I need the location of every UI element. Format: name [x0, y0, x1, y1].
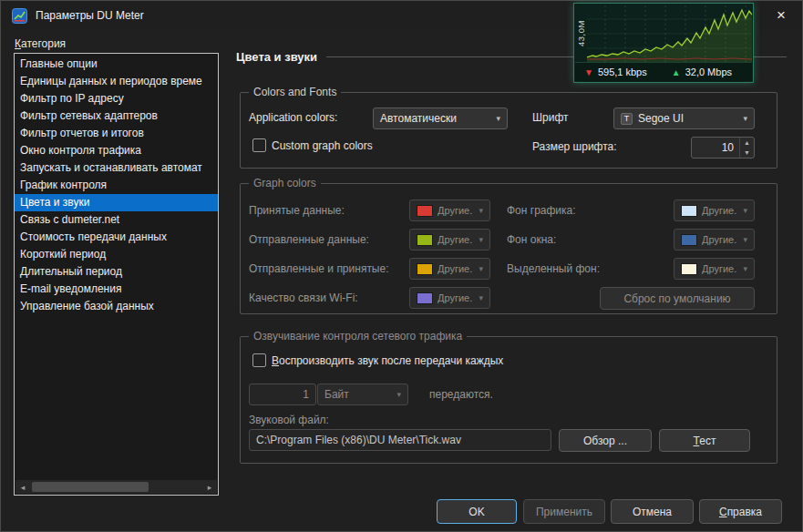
color-dropdown-label: Другие...	[438, 205, 473, 216]
color-swatch	[681, 234, 697, 246]
ok-label: OK	[468, 506, 484, 518]
chevron-down-icon: ▾	[473, 264, 483, 273]
chevron-down-icon: ▾	[391, 390, 401, 399]
custom-graph-colors-checkbox[interactable]	[252, 138, 266, 152]
color-dropdown-label: Другие...	[438, 234, 473, 245]
color-swatch	[681, 205, 697, 217]
sound-group-label: Озвучивание контроля сетевого трафика	[249, 330, 467, 343]
help-button[interactable]: Справка	[699, 499, 782, 524]
sent-received-label: Отправленные и принятые:	[249, 262, 389, 275]
close-button[interactable]: ×	[760, 1, 802, 30]
apply-label: Применить	[536, 506, 592, 518]
upload-arrow-icon: ▲	[672, 67, 681, 77]
colors-fonts-group-label: Colors and Fonts	[249, 86, 341, 98]
scrollbar-track[interactable]	[30, 480, 202, 494]
reset-defaults-button[interactable]: Сброс по умолчанию	[600, 287, 755, 310]
chevron-down-icon: ▾	[490, 114, 500, 123]
chevron-down-icon: ▾	[737, 206, 747, 215]
unit-value: Байт	[324, 388, 349, 401]
du-meter-app-icon	[12, 8, 27, 24]
page-title: Цвета и звуки	[236, 50, 317, 64]
application-colors-label: Application colors:	[249, 111, 337, 124]
graph-background-color-dropdown[interactable]: Другие... ▾	[674, 200, 755, 221]
apply-button[interactable]: Применить	[523, 499, 605, 524]
chevron-down-icon: ▾	[737, 235, 747, 244]
color-dropdown-label: Другие...	[702, 234, 737, 245]
sidebar-item-traffic-window[interactable]: Окно контроля трафика	[15, 142, 218, 159]
meter-scale-label: 43,0M	[575, 5, 587, 62]
highlight-background-label: Выделенный фон:	[507, 262, 600, 275]
font-dropdown[interactable]: T Segoe UI ▾	[613, 107, 755, 129]
application-colors-value: Автоматически	[380, 112, 457, 125]
truetype-font-icon: T	[621, 113, 633, 125]
highlight-background-color-dropdown[interactable]: Другие... ▾	[674, 258, 755, 280]
color-swatch	[417, 234, 433, 246]
color-dropdown-label: Другие...	[438, 263, 473, 274]
window-background-label: Фон окна:	[507, 233, 556, 246]
du-meter-widget[interactable]: 43,0M ▼ 595,1 kbps ▲ 32,0 Mbps	[573, 3, 754, 83]
sidebar-item-autostart[interactable]: Запускать и останавливать автомат	[15, 159, 218, 177]
wifi-quality-color-dropdown[interactable]: Другие... ▾	[409, 287, 490, 309]
transfer-suffix-label: передаются.	[429, 388, 493, 401]
cancel-button[interactable]: Отмена	[611, 499, 694, 524]
sidebar-item-long-period[interactable]: Длительный период	[15, 263, 218, 281]
upload-speed: 32,0 Mbps	[685, 66, 732, 77]
sidebar-item-adapter-filter[interactable]: Фильтр сетевых адаптеров	[15, 107, 218, 125]
sidebar-item-graph-control[interactable]: График контроля	[15, 177, 218, 194]
browse-label: Обзор ...	[583, 435, 627, 447]
reset-defaults-label: Сброс по умолчанию	[623, 292, 730, 305]
color-swatch	[681, 263, 697, 275]
spin-down-icon[interactable]: ▼	[740, 148, 754, 158]
sidebar-item-transfer-cost[interactable]: Стоимость передачи данных	[15, 229, 218, 246]
sidebar-item-dumeter-net[interactable]: Связь с dumeter.net	[15, 211, 218, 229]
window-background-color-dropdown[interactable]: Другие... ▾	[674, 229, 755, 251]
sidebar-item-database[interactable]: Управление базой данных	[15, 298, 218, 315]
scroll-right-icon[interactable]: ▸	[202, 480, 217, 494]
received-data-label: Принятые данные:	[249, 204, 345, 217]
play-sound-label: Воспроизводить звук после передачи кажды…	[272, 354, 503, 367]
graph-background-label: Фон графика:	[507, 204, 576, 217]
sidebar-item-main-options[interactable]: Главные опции	[15, 56, 218, 73]
chevron-down-icon: ▾	[473, 206, 483, 215]
transfer-count-input[interactable]: 1	[249, 384, 316, 405]
browse-button[interactable]: Обзор ...	[559, 429, 652, 452]
color-swatch	[417, 292, 433, 304]
wifi-quality-label: Качество связи Wi-Fi:	[249, 292, 358, 304]
category-label: Категория	[15, 37, 66, 50]
test-button[interactable]: Тест	[659, 429, 750, 452]
received-data-color-dropdown[interactable]: Другие... ▾	[409, 200, 490, 221]
spin-up-icon[interactable]: ▲	[740, 138, 754, 148]
sidebar-item-email-alerts[interactable]: E-mail уведомления	[15, 281, 218, 298]
font-value: Segoe UI	[638, 112, 684, 125]
graph-colors-group-label: Graph colors	[249, 177, 321, 189]
color-swatch	[417, 263, 433, 275]
chevron-down-icon: ▾	[737, 264, 747, 273]
horizontal-scrollbar[interactable]: ◂ ▸	[15, 480, 217, 494]
application-colors-dropdown[interactable]: Автоматически ▾	[373, 107, 508, 129]
sent-data-color-dropdown[interactable]: Другие... ▾	[409, 229, 490, 251]
sidebar-item-ip-filter[interactable]: Фильтр по IP адресу	[15, 90, 218, 107]
cancel-label: Отмена	[633, 506, 672, 518]
unit-dropdown[interactable]: Байт ▾	[317, 384, 408, 405]
scrollbar-thumb[interactable]	[32, 482, 149, 492]
sound-file-label: Звуковой файл:	[249, 414, 329, 426]
traffic-graph	[587, 5, 752, 63]
font-size-label: Размер шрифта:	[532, 140, 617, 153]
sidebar-item-short-period[interactable]: Короткий период	[15, 246, 218, 263]
sent-received-color-dropdown[interactable]: Другие... ▾	[409, 258, 490, 280]
window-title: Параметры DU Meter	[36, 9, 144, 22]
ok-button[interactable]: OK	[437, 499, 517, 524]
sidebar-item-units[interactable]: Единицы данных и периодов време	[15, 73, 218, 90]
sidebar-item-colors-sounds[interactable]: Цвета и звуки	[15, 194, 218, 211]
sidebar-item-report-filter[interactable]: Фильтр отчетов и итогов	[15, 125, 218, 142]
play-sound-checkbox[interactable]	[252, 353, 266, 367]
help-label: Справка	[719, 506, 762, 518]
font-size-stepper[interactable]: 10 ▲ ▼	[691, 137, 755, 159]
download-arrow-icon: ▼	[584, 67, 593, 77]
transfer-count-value: 1	[303, 388, 309, 401]
scroll-left-icon[interactable]: ◂	[15, 480, 30, 494]
category-list: Главные опции Единицы данных и периодов …	[14, 53, 219, 496]
font-label: Шрифт	[532, 111, 568, 124]
sound-file-input[interactable]: C:\Program Files (x86)\DU Meter\Tick.wav	[249, 429, 551, 451]
options-dialog: Параметры DU Meter × Категория Главные о…	[0, 0, 803, 532]
